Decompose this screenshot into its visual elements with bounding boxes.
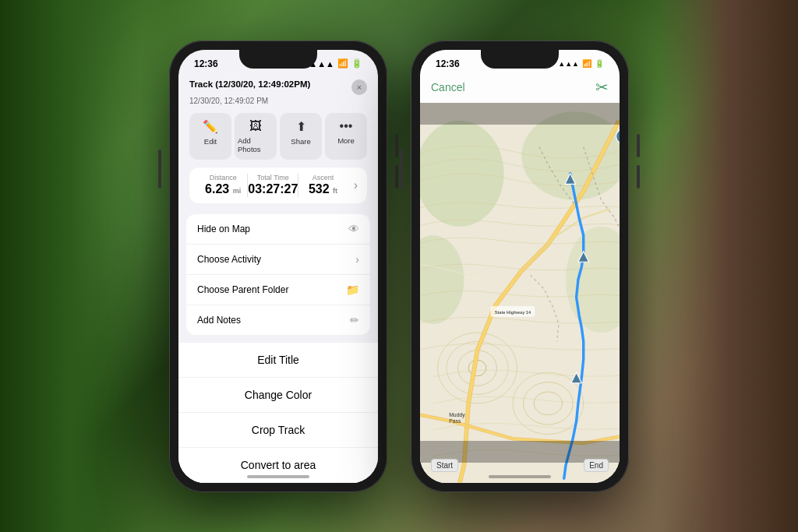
stats-row: Distance 6.23 mi Total Time 03:27:27 Asc…	[189, 167, 367, 203]
status-icons-1: ▲▲▲ 📶 🔋	[309, 58, 362, 69]
edit-title-item[interactable]: Edit Title	[178, 343, 378, 378]
track-title: Track (12/30/20, 12:49:02PM)	[189, 79, 351, 89]
map-header: Cancel ✂	[420, 75, 620, 103]
time-label: Total Time	[248, 174, 298, 181]
notch-2	[481, 50, 559, 69]
map-end-label: End	[584, 459, 609, 472]
svg-text:Muddy: Muddy	[449, 411, 465, 417]
stats-arrow[interactable]: ›	[348, 178, 358, 192]
close-button[interactable]: ×	[351, 79, 367, 95]
choose-folder-item[interactable]: Choose Parent Folder 📁	[186, 275, 370, 305]
power-button-2	[400, 150, 403, 188]
menu-group: Hide on Map 👁 Choose Activity › Choose P…	[186, 214, 370, 335]
vol-down-button-2	[637, 165, 640, 188]
battery-icon-1: 🔋	[351, 58, 362, 69]
vol-up-button-2	[637, 134, 640, 157]
phone2-screen: 12:36 ▲▲▲ 📶 🔋 Cancel ✂	[420, 50, 620, 483]
stat-ascent: Ascent 532 ft	[298, 174, 347, 196]
battery-icon-2: 🔋	[595, 59, 604, 68]
crop-top-overlay	[420, 103, 620, 125]
power-button	[158, 150, 161, 188]
stat-time: Total Time 03:27:27	[248, 174, 298, 196]
pencil-icon: ✏	[350, 314, 359, 326]
eye-icon: 👁	[348, 223, 359, 235]
change-color-item[interactable]: Change Color	[178, 378, 378, 413]
chevron-right-icon-1: ›	[355, 253, 359, 266]
crop-icon[interactable]: ✂	[595, 78, 609, 97]
distance-value: 6.23 mi	[199, 182, 247, 196]
share-button[interactable]: ⬆ Share	[280, 113, 322, 160]
phone-1: 12:36 ▲▲▲ 📶 🔋 Track (12/30/20, 12:49:02P…	[169, 41, 387, 492]
track-header: Track (12/30/20, 12:49:02PM) × 12/30/20,…	[178, 75, 378, 211]
map-start-label: Start	[431, 459, 458, 472]
status-time-1: 12:36	[194, 58, 218, 69]
map-container: 12:36 ▲▲▲ 📶 🔋 Cancel ✂	[420, 50, 620, 483]
add-photos-label: Add Photos	[238, 136, 274, 153]
svg-text:Pass: Pass	[449, 417, 461, 423]
map-cancel-button[interactable]: Cancel	[431, 81, 465, 93]
action-buttons: ✏️ Edit 🖼 Add Photos ⬆ Share ••• More	[189, 113, 367, 160]
add-notes-label: Add Notes	[197, 315, 241, 326]
signal-icon-2: ▲▲▲	[558, 60, 579, 68]
add-photos-button[interactable]: 🖼 Add Photos	[235, 113, 277, 160]
time-value: 03:27:27	[248, 182, 298, 196]
more-icon: •••	[340, 119, 353, 133]
track-date: 12/30/20, 12:49:02 PM	[189, 97, 367, 105]
status-time-2: 12:36	[436, 58, 460, 69]
map-svg: State Highway 14	[420, 103, 620, 483]
svg-text:State Highway 14: State Highway 14	[495, 310, 531, 315]
notch	[239, 50, 317, 69]
folder-icon: 📁	[346, 284, 359, 296]
share-icon: ⬆	[296, 119, 306, 134]
share-label: Share	[291, 137, 310, 146]
menu-section: Hide on Map 👁 Choose Activity › Choose P…	[178, 214, 378, 335]
add-photos-icon: 🖼	[249, 119, 262, 133]
hide-on-map-label: Hide on Map	[197, 224, 250, 234]
hide-on-map-item[interactable]: Hide on Map 👁	[186, 214, 370, 245]
phone1-screen: 12:36 ▲▲▲ 📶 🔋 Track (12/30/20, 12:49:02P…	[178, 50, 378, 483]
wifi-icon-2: 📶	[582, 59, 591, 68]
choose-activity-item[interactable]: Choose Activity ›	[186, 245, 370, 275]
ascent-value: 532 ft	[298, 182, 347, 196]
wifi-icon-1: 📶	[337, 58, 348, 69]
home-indicator-2	[489, 475, 551, 478]
choose-activity-label: Choose Activity	[197, 254, 261, 265]
edit-button[interactable]: ✏️ Edit	[189, 113, 231, 160]
choose-folder-label: Choose Parent Folder	[197, 284, 288, 295]
phones-container: 12:36 ▲▲▲ 📶 🔋 Track (12/30/20, 12:49:02P…	[0, 0, 798, 532]
edit-icon: ✏️	[203, 119, 218, 134]
vol-down-button	[395, 165, 398, 188]
distance-label: Distance	[199, 174, 247, 181]
phone-2: 12:36 ▲▲▲ 📶 🔋 Cancel ✂	[411, 41, 629, 492]
edit-label: Edit	[204, 137, 217, 146]
ascent-label: Ascent	[298, 174, 347, 181]
home-indicator-1	[247, 475, 309, 478]
map-content: State Highway 14	[420, 103, 620, 483]
more-button[interactable]: ••• More	[325, 113, 367, 160]
add-notes-item[interactable]: Add Notes ✏	[186, 305, 370, 335]
status-icons-2: ▲▲▲ 📶 🔋	[558, 59, 604, 68]
action-sheet: Edit Title Change Color Crop Track Conve…	[178, 338, 378, 483]
more-label: More	[337, 136, 355, 145]
vol-up-button	[395, 134, 398, 157]
stat-distance: Distance 6.23 mi	[199, 174, 247, 196]
crop-track-item[interactable]: Crop Track	[178, 413, 378, 448]
